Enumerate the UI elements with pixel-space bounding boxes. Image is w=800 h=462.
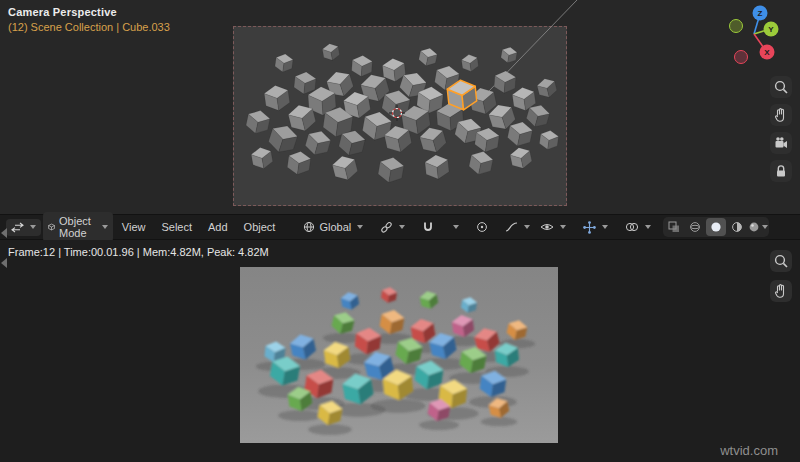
snap-settings-dropdown[interactable] bbox=[446, 222, 464, 232]
view-label: Camera Perspective bbox=[8, 6, 117, 18]
breadcrumb: (12) Scene Collection | Cube.033 bbox=[8, 21, 170, 33]
render-stats: Frame:12 | Time:00.01.96 | Mem:4.82M, Pe… bbox=[8, 246, 269, 258]
region-collapse-arrow[interactable] bbox=[1, 228, 7, 238]
orientation-label: Global bbox=[319, 221, 351, 233]
camera-view-button[interactable] bbox=[770, 132, 792, 154]
chevron-down-icon bbox=[30, 225, 36, 229]
globe-icon bbox=[303, 221, 315, 233]
link-icon bbox=[380, 221, 393, 234]
visibility-dropdown[interactable] bbox=[535, 219, 571, 235]
gizmos-dropdown[interactable] bbox=[578, 218, 613, 237]
mode-dropdown[interactable]: Object Mode bbox=[43, 212, 113, 242]
chevron-down-icon bbox=[762, 225, 768, 229]
magnifier-icon bbox=[773, 79, 789, 95]
render-result-image[interactable] bbox=[240, 267, 558, 443]
overlays-dropdown[interactable] bbox=[620, 218, 656, 236]
solid-sphere-icon bbox=[710, 221, 722, 233]
zoom-button[interactable] bbox=[770, 250, 792, 272]
hand-icon bbox=[773, 283, 789, 299]
falloff-curve-icon bbox=[505, 221, 518, 233]
camera-icon bbox=[773, 135, 789, 151]
viewport-header: Object Mode View Select Add Object Globa… bbox=[0, 214, 800, 240]
overlays-icon bbox=[625, 221, 639, 233]
gizmo-x-label: X bbox=[764, 48, 770, 57]
chevron-down-icon bbox=[524, 225, 530, 229]
magnifier-icon bbox=[773, 253, 789, 269]
editor-type-button[interactable] bbox=[6, 219, 41, 236]
gizmo-axis-neg-y[interactable] bbox=[730, 20, 743, 33]
editor-type-icon bbox=[11, 222, 24, 233]
proportional-circle-icon bbox=[476, 221, 488, 233]
zoom-button[interactable] bbox=[770, 76, 792, 98]
shading-segment bbox=[663, 217, 769, 237]
gizmo-z-label: Z bbox=[758, 9, 763, 18]
chevron-down-icon bbox=[602, 225, 608, 229]
chevron-down-icon bbox=[357, 225, 363, 229]
viewport-side-tools bbox=[770, 76, 792, 182]
shading-wireframe[interactable] bbox=[685, 218, 705, 236]
lock-icon bbox=[773, 163, 789, 179]
eye-icon bbox=[540, 222, 554, 232]
hand-icon bbox=[773, 107, 789, 123]
orientation-dropdown[interactable]: Global bbox=[298, 218, 368, 236]
shading-solid[interactable] bbox=[706, 218, 726, 236]
pivot-point-dropdown[interactable] bbox=[375, 218, 410, 237]
chevron-down-icon bbox=[645, 225, 651, 229]
shading-material[interactable] bbox=[727, 218, 747, 236]
chevron-down-icon bbox=[399, 225, 405, 229]
xray-icon bbox=[668, 221, 680, 233]
material-sphere-icon bbox=[731, 221, 743, 233]
proportional-editing-toggle[interactable] bbox=[471, 218, 493, 236]
menu-add[interactable]: Add bbox=[201, 218, 235, 236]
toggle-xray[interactable] bbox=[664, 218, 684, 236]
navigation-gizmo[interactable]: Z Y X bbox=[724, 4, 788, 68]
wireframe-sphere-icon bbox=[689, 221, 701, 233]
gizmo-y-label: Y bbox=[768, 25, 774, 34]
mode-label: Object Mode bbox=[59, 215, 96, 239]
chevron-down-icon bbox=[560, 225, 566, 229]
pan-button[interactable] bbox=[770, 104, 792, 126]
watermark: wtvid.com bbox=[720, 443, 778, 458]
falloff-dropdown[interactable] bbox=[500, 218, 535, 236]
rendered-sphere-icon bbox=[748, 221, 760, 233]
blender-window: Camera Perspective (12) Scene Collection… bbox=[0, 0, 800, 462]
cube-icon bbox=[48, 221, 55, 233]
menu-view[interactable]: View bbox=[115, 218, 153, 236]
menu-select[interactable]: Select bbox=[154, 218, 199, 236]
magnet-icon bbox=[422, 221, 434, 233]
viewport-3d[interactable]: Camera Perspective (12) Scene Collection… bbox=[0, 0, 800, 214]
menu-object[interactable]: Object bbox=[237, 218, 283, 236]
chevron-down-icon bbox=[453, 225, 459, 229]
chevron-down-icon bbox=[102, 225, 108, 229]
image-editor[interactable]: Frame:12 | Time:00.01.96 | Mem:4.82M, Pe… bbox=[0, 240, 800, 462]
shading-rendered[interactable] bbox=[748, 218, 768, 236]
snap-toggle[interactable] bbox=[417, 218, 439, 236]
region-collapse-arrow[interactable] bbox=[1, 258, 7, 268]
gizmo-axis-neg-x[interactable] bbox=[735, 51, 748, 64]
lock-view-button[interactable] bbox=[770, 160, 792, 182]
pan-button[interactable] bbox=[770, 280, 792, 302]
image-editor-side-tools bbox=[770, 250, 792, 302]
gizmo-arrows-icon bbox=[583, 221, 596, 234]
